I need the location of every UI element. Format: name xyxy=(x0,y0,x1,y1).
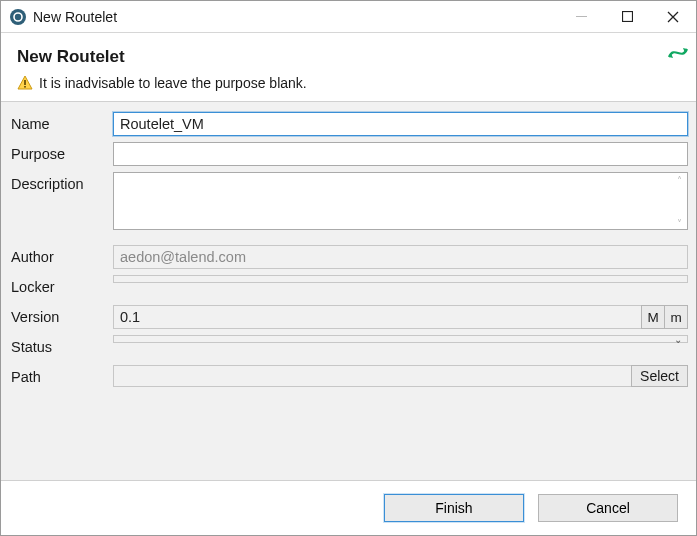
maximize-button[interactable] xyxy=(604,1,650,33)
dialog-heading: New Routelet xyxy=(17,47,680,67)
label-description: Description xyxy=(9,172,113,196)
svg-rect-3 xyxy=(24,80,26,85)
cancel-button[interactable]: Cancel xyxy=(538,494,678,522)
close-button[interactable] xyxy=(650,1,696,33)
finish-button[interactable]: Finish xyxy=(384,494,524,522)
locker-field xyxy=(113,275,688,283)
label-status: Status xyxy=(9,335,113,359)
svg-rect-1 xyxy=(576,16,587,17)
svg-rect-4 xyxy=(24,86,26,88)
svg-rect-2 xyxy=(622,12,632,22)
version-minor-button[interactable]: m xyxy=(664,305,688,329)
purpose-input[interactable] xyxy=(113,142,688,166)
author-field: aedon@talend.com xyxy=(113,245,688,269)
label-path: Path xyxy=(9,365,113,389)
chevron-down-icon: ⌄ xyxy=(674,334,682,345)
description-textarea[interactable] xyxy=(113,172,688,230)
window-title: New Routelet xyxy=(33,9,117,25)
button-bar: Finish Cancel xyxy=(1,481,696,535)
label-locker: Locker xyxy=(9,275,113,299)
route-icon xyxy=(666,41,690,65)
label-purpose: Purpose xyxy=(9,142,113,166)
name-input[interactable] xyxy=(113,112,688,136)
status-combobox[interactable]: ⌄ xyxy=(113,335,688,343)
app-icon xyxy=(9,8,27,26)
version-field: 0.1 xyxy=(113,305,642,329)
minimize-button[interactable] xyxy=(558,1,604,33)
path-field xyxy=(113,365,632,387)
warning-icon xyxy=(17,75,33,91)
dialog-header: New Routelet It is inadvisable to leave … xyxy=(1,33,696,102)
label-version: Version xyxy=(9,305,113,329)
warning-message: It is inadvisable to leave the purpose b… xyxy=(17,75,680,91)
select-path-button[interactable]: Select xyxy=(631,365,688,387)
label-author: Author xyxy=(9,245,113,269)
warning-text: It is inadvisable to leave the purpose b… xyxy=(39,75,307,91)
svg-point-0 xyxy=(10,9,26,25)
status-value xyxy=(113,335,688,343)
titlebar: New Routelet xyxy=(1,1,696,33)
form-area: Name Purpose Description ˄ ˅ Author xyxy=(1,102,696,481)
label-name: Name xyxy=(9,112,113,136)
version-major-button[interactable]: M xyxy=(641,305,665,329)
dialog-window: New Routelet New Routelet It is inadvisa… xyxy=(0,0,697,536)
